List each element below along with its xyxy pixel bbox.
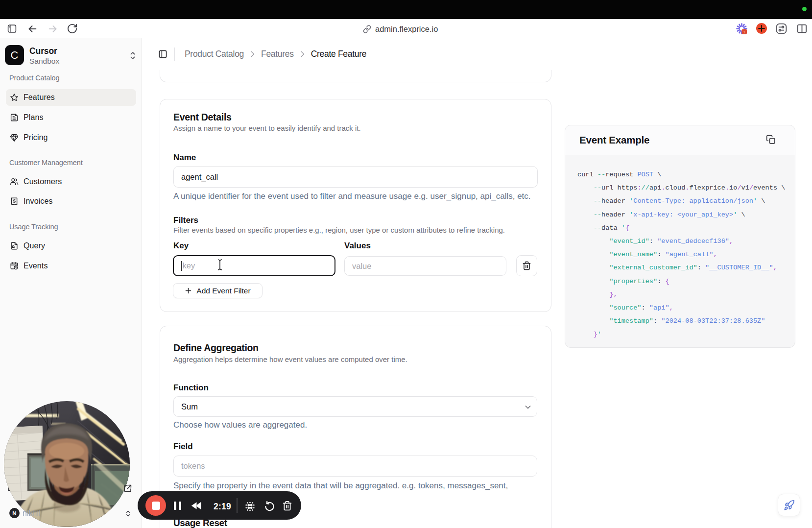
svg-text:1: 1 — [743, 30, 746, 34]
